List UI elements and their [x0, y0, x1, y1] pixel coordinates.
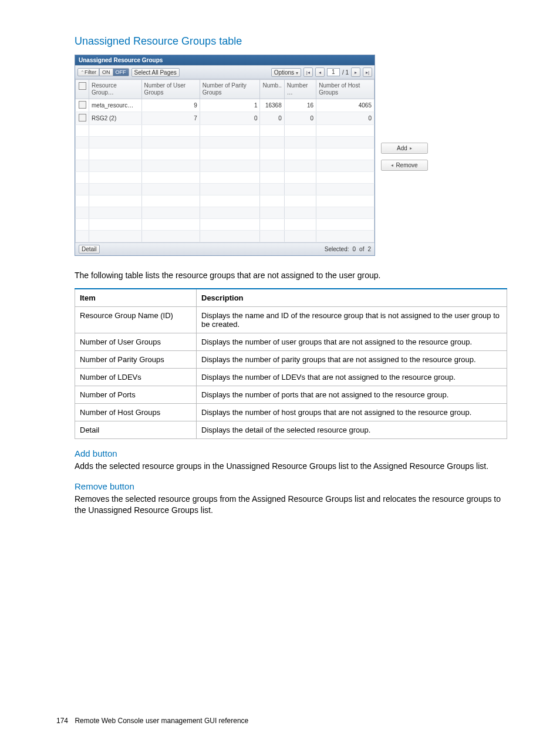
selected-total: 2 — [367, 246, 371, 252]
table-row: DetailDisplays the detail of the selecte… — [75, 421, 507, 438]
panel-toolbar: ⌃Filter ON OFF Select All Pages Options … — [75, 65, 375, 79]
cell-item: Number of Parity Groups — [75, 350, 197, 368]
cell-parity-groups: 0 — [200, 112, 260, 125]
cell-description: Displays the number of ports that are no… — [197, 386, 507, 403]
col-item: Item — [75, 289, 197, 307]
table-row — [76, 172, 375, 184]
cell-description: Displays the number of parity groups tha… — [197, 350, 507, 368]
add-section-heading: Add button — [75, 448, 507, 458]
col-ldevs[interactable]: Numb.. — [260, 80, 284, 99]
cell-description: Displays the detail of the selected reso… — [197, 421, 507, 438]
cell-name: meta_resourc… — [89, 99, 142, 112]
table-row — [76, 148, 375, 160]
cell-ports: 0 — [284, 112, 316, 125]
page-footer: 174 Remote Web Console user management G… — [56, 717, 248, 725]
cell-user-groups: 7 — [141, 112, 200, 125]
table-row: Number of Parity GroupsDisplays the numb… — [75, 350, 507, 368]
cell-item: Number of Ports — [75, 386, 197, 403]
add-arrow-icon: ▸ — [410, 146, 412, 151]
side-buttons: Add ▸ ◂ Remove — [381, 143, 428, 171]
cell-item: Number of Host Groups — [75, 403, 197, 421]
cell-name: RSG2 (2) — [89, 112, 142, 125]
table-row — [76, 195, 375, 207]
of-label: of — [359, 246, 364, 252]
resource-groups-table: Resource Group… Number of User Groups Nu… — [75, 79, 375, 242]
detail-button[interactable]: Detail — [79, 245, 100, 254]
cell-item: Number of User Groups — [75, 333, 197, 350]
table-row[interactable]: meta_resourc…9116368164065 — [76, 99, 375, 112]
table-row — [76, 137, 375, 148]
resource-groups-panel: Unassigned Resource Groups ⌃Filter ON OF… — [75, 55, 375, 256]
cell-item: Number of LDEVs — [75, 368, 197, 386]
description-table: Item Description Resource Group Name (ID… — [75, 288, 507, 439]
selected-count: 0 — [353, 246, 356, 252]
first-page-icon[interactable]: |◂ — [303, 67, 313, 77]
cell-description: Displays the number of host groups that … — [197, 403, 507, 421]
remove-section-text: Removes the selected resource groups fro… — [75, 494, 507, 516]
table-row — [76, 160, 375, 172]
add-section-text: Adds the selected resource groups in the… — [75, 461, 507, 472]
cell-description: Displays the number of user groups that … — [197, 333, 507, 350]
table-row: Number of PortsDisplays the number of po… — [75, 386, 507, 403]
cell-host-groups: 4065 — [316, 99, 375, 112]
cell-ldevs: 16368 — [260, 99, 284, 112]
remove-button[interactable]: ◂ Remove — [381, 160, 428, 171]
table-row: Number of Host GroupsDisplays the number… — [75, 403, 507, 421]
filter-off-button[interactable]: OFF — [113, 68, 129, 76]
table-row — [76, 207, 375, 219]
intro-paragraph: The following table lists the resource g… — [75, 270, 507, 281]
last-page-icon[interactable]: ▸| — [363, 67, 372, 77]
col-parity-groups[interactable]: Number of Parity Groups — [200, 80, 260, 99]
page-title: Unassigned Resource Groups table — [75, 35, 507, 48]
next-page-icon[interactable]: ▸ — [351, 67, 360, 77]
remove-arrow-icon: ◂ — [391, 163, 393, 168]
table-row: Number of User GroupsDisplays the number… — [75, 333, 507, 350]
cell-description: Displays the number of LDEVs that are no… — [197, 368, 507, 386]
table-row — [76, 219, 375, 231]
page-number: 174 — [56, 717, 68, 725]
filter-on-button[interactable]: ON — [99, 68, 113, 76]
page-input[interactable]: 1 — [327, 68, 340, 76]
panel-footer: Detail Selected: 0 of 2 — [75, 242, 375, 255]
col-user-groups[interactable]: Number of User Groups — [141, 80, 200, 99]
col-description: Description — [197, 289, 507, 307]
row-checkbox[interactable] — [79, 101, 86, 109]
cell-ports: 16 — [284, 99, 316, 112]
cell-host-groups: 0 — [316, 112, 375, 125]
cell-user-groups: 9 — [141, 99, 200, 112]
row-checkbox[interactable] — [79, 114, 86, 121]
table-row: Resource Group Name (ID)Displays the nam… — [75, 306, 507, 333]
table-row — [76, 125, 375, 137]
col-ports[interactable]: Number … — [284, 80, 316, 99]
add-button[interactable]: Add ▸ — [381, 143, 428, 154]
table-row[interactable]: RSG2 (2)70000 — [76, 112, 375, 125]
cell-item: Detail — [75, 421, 197, 438]
selected-label: Selected: — [325, 246, 349, 252]
cell-description: Displays the name and ID of the resource… — [197, 306, 507, 333]
options-button[interactable]: Options ▾ — [271, 68, 301, 77]
col-host-groups[interactable]: Number of Host Groups — [316, 80, 375, 99]
table-row — [76, 184, 375, 195]
prev-page-icon[interactable]: ◂ — [315, 67, 325, 77]
filter-label[interactable]: ⌃Filter — [77, 68, 99, 76]
table-row: Number of LDEVsDisplays the number of LD… — [75, 368, 507, 386]
remove-section-heading: Remove button — [75, 481, 507, 491]
select-all-checkbox[interactable] — [76, 80, 89, 99]
page-total: / 1 — [342, 69, 349, 76]
screenshot-block: Unassigned Resource Groups ⌃Filter ON OF… — [75, 55, 507, 256]
footer-text: Remote Web Console user management GUI r… — [75, 717, 248, 725]
select-all-button[interactable]: Select All Pages — [131, 68, 180, 77]
cell-parity-groups: 1 — [200, 99, 260, 112]
cell-item: Resource Group Name (ID) — [75, 306, 197, 333]
col-resource-group[interactable]: Resource Group… — [89, 80, 142, 99]
panel-heading: Unassigned Resource Groups — [75, 55, 375, 65]
table-row — [76, 231, 375, 242]
cell-ldevs: 0 — [260, 112, 284, 125]
